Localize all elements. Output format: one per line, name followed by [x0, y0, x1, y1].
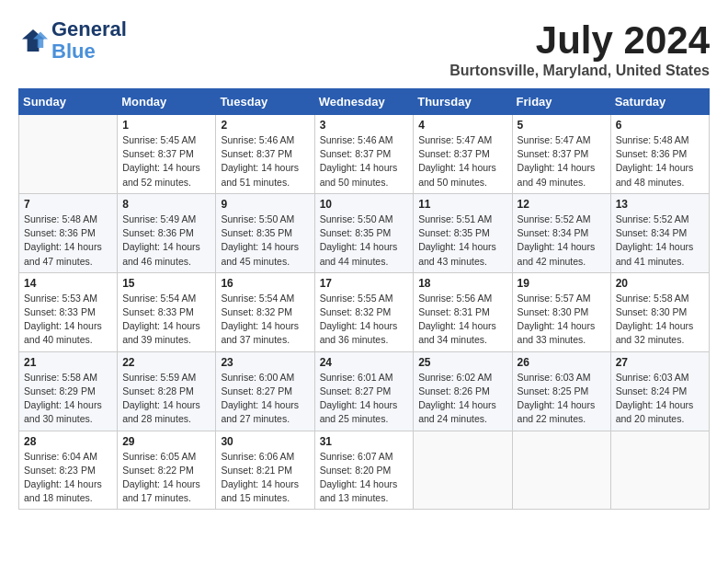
calendar-cell: 23Sunrise: 6:00 AMSunset: 8:27 PMDayligh… [216, 351, 314, 431]
sunset-text: Sunset: 8:22 PM [122, 464, 210, 477]
calendar-cell: 20Sunrise: 5:58 AMSunset: 8:30 PMDayligh… [610, 272, 709, 351]
sunrise-text: Sunrise: 5:45 AM [122, 133, 210, 147]
day-info: Sunrise: 5:53 AMSunset: 8:33 PMDaylight:… [24, 292, 112, 348]
day-info: Sunrise: 5:49 AMSunset: 8:36 PMDaylight:… [122, 213, 210, 269]
sunrise-text: Sunrise: 5:49 AM [122, 213, 210, 226]
calendar-cell: 21Sunrise: 5:58 AMSunset: 8:29 PMDayligh… [19, 351, 118, 431]
sunrise-text: Sunrise: 6:02 AM [418, 371, 506, 385]
day-number: 17 [320, 277, 409, 290]
day-info: Sunrise: 5:48 AMSunset: 8:36 PMDaylight:… [24, 213, 112, 269]
daylight-hours: Daylight: 14 hours [122, 398, 210, 412]
day-number: 8 [122, 198, 210, 211]
daylight-hours: Daylight: 14 hours [518, 398, 606, 412]
calendar-cell: 8Sunrise: 5:49 AMSunset: 8:36 PMDaylight… [118, 193, 216, 272]
day-info: Sunrise: 6:04 AMSunset: 8:23 PMDaylight:… [24, 450, 112, 506]
sunrise-text: Sunrise: 6:03 AM [518, 371, 606, 385]
sunset-text: Sunset: 8:37 PM [418, 147, 506, 161]
day-info: Sunrise: 5:57 AMSunset: 8:30 PMDaylight:… [518, 292, 606, 348]
sunrise-text: Sunrise: 5:57 AM [518, 292, 606, 305]
calendar-header-row: SundayMondayTuesdayWednesdayThursdayFrid… [19, 89, 710, 115]
daylight-minutes: and 39 minutes. [122, 333, 210, 347]
sunset-text: Sunset: 8:33 PM [24, 305, 112, 319]
day-number: 22 [122, 356, 210, 369]
week-row-5: 28Sunrise: 6:04 AMSunset: 8:23 PMDayligh… [19, 431, 710, 510]
calendar-cell: 13Sunrise: 5:52 AMSunset: 8:34 PMDayligh… [610, 193, 709, 272]
day-info: Sunrise: 5:54 AMSunset: 8:33 PMDaylight:… [122, 292, 210, 348]
daylight-hours: Daylight: 14 hours [320, 161, 409, 175]
daylight-hours: Daylight: 14 hours [518, 240, 606, 254]
calendar-cell: 29Sunrise: 6:05 AMSunset: 8:22 PMDayligh… [118, 431, 216, 510]
col-header-monday: Monday [118, 89, 216, 115]
day-info: Sunrise: 5:55 AMSunset: 8:32 PMDaylight:… [320, 292, 409, 348]
calendar-cell [19, 115, 118, 194]
calendar-cell: 6Sunrise: 5:48 AMSunset: 8:36 PMDaylight… [610, 115, 709, 194]
calendar-cell: 19Sunrise: 5:57 AMSunset: 8:30 PMDayligh… [512, 272, 610, 351]
daylight-minutes: and 33 minutes. [518, 333, 606, 347]
sunset-text: Sunset: 8:35 PM [418, 226, 506, 240]
daylight-minutes: and 37 minutes. [221, 333, 309, 347]
calendar-cell: 3Sunrise: 5:46 AMSunset: 8:37 PMDaylight… [314, 115, 414, 194]
sunrise-text: Sunrise: 6:05 AM [122, 450, 210, 464]
sunset-text: Sunset: 8:34 PM [616, 226, 704, 240]
col-header-sunday: Sunday [19, 89, 118, 115]
col-header-thursday: Thursday [414, 89, 512, 115]
daylight-hours: Daylight: 14 hours [221, 161, 309, 175]
calendar-cell: 27Sunrise: 6:03 AMSunset: 8:24 PMDayligh… [610, 351, 709, 431]
day-info: Sunrise: 6:00 AMSunset: 8:27 PMDaylight:… [221, 371, 309, 427]
day-number: 1 [122, 119, 210, 132]
calendar-cell: 22Sunrise: 5:59 AMSunset: 8:28 PMDayligh… [118, 351, 216, 431]
day-number: 25 [418, 356, 506, 369]
daylight-minutes: and 32 minutes. [616, 333, 704, 347]
daylight-minutes: and 42 minutes. [518, 255, 606, 269]
location-title: Burtonsville, Maryland, United States [449, 63, 710, 79]
sunrise-text: Sunrise: 5:48 AM [24, 213, 112, 226]
col-header-saturday: Saturday [610, 89, 709, 115]
day-info: Sunrise: 5:50 AMSunset: 8:35 PMDaylight:… [221, 213, 309, 269]
day-number: 10 [320, 198, 409, 211]
sunrise-text: Sunrise: 5:50 AM [221, 213, 309, 226]
day-info: Sunrise: 5:54 AMSunset: 8:32 PMDaylight:… [221, 292, 309, 348]
calendar-cell: 26Sunrise: 6:03 AMSunset: 8:25 PMDayligh… [512, 351, 610, 431]
daylight-hours: Daylight: 14 hours [221, 477, 309, 491]
daylight-hours: Daylight: 14 hours [122, 319, 210, 333]
sunset-text: Sunset: 8:27 PM [320, 385, 409, 398]
day-number: 3 [320, 119, 409, 132]
sunrise-text: Sunrise: 5:58 AM [616, 292, 704, 305]
daylight-minutes: and 20 minutes. [616, 412, 704, 426]
calendar-table: SundayMondayTuesdayWednesdayThursdayFrid… [18, 88, 710, 510]
calendar-cell: 17Sunrise: 5:55 AMSunset: 8:32 PMDayligh… [314, 272, 414, 351]
day-number: 14 [24, 277, 112, 290]
daylight-minutes: and 50 minutes. [418, 176, 506, 190]
col-header-tuesday: Tuesday [216, 89, 314, 115]
sunrise-text: Sunrise: 5:51 AM [418, 213, 506, 226]
day-number: 27 [616, 356, 704, 369]
day-number: 13 [616, 198, 704, 211]
sunrise-text: Sunrise: 6:03 AM [616, 371, 704, 385]
day-number: 30 [221, 435, 309, 448]
week-row-4: 21Sunrise: 5:58 AMSunset: 8:29 PMDayligh… [19, 351, 710, 431]
sunset-text: Sunset: 8:28 PM [122, 385, 210, 398]
day-number: 18 [418, 277, 506, 290]
day-info: Sunrise: 5:46 AMSunset: 8:37 PMDaylight:… [320, 133, 409, 190]
daylight-hours: Daylight: 14 hours [24, 240, 112, 254]
daylight-minutes: and 17 minutes. [122, 491, 210, 505]
day-info: Sunrise: 5:47 AMSunset: 8:37 PMDaylight:… [418, 133, 506, 190]
logo: General Blue [18, 18, 127, 63]
day-number: 21 [24, 356, 112, 369]
daylight-minutes: and 22 minutes. [518, 412, 606, 426]
day-number: 7 [24, 198, 112, 211]
logo-icon [18, 26, 48, 55]
title-area: July 2024 Burtonsville, Maryland, United… [449, 18, 710, 79]
sunrise-text: Sunrise: 5:48 AM [616, 133, 704, 147]
calendar-cell: 31Sunrise: 6:07 AMSunset: 8:20 PMDayligh… [314, 431, 414, 510]
day-info: Sunrise: 5:48 AMSunset: 8:36 PMDaylight:… [616, 133, 704, 190]
day-info: Sunrise: 5:58 AMSunset: 8:30 PMDaylight:… [616, 292, 704, 348]
day-number: 9 [221, 198, 309, 211]
daylight-minutes: and 52 minutes. [122, 176, 210, 190]
sunset-text: Sunset: 8:24 PM [616, 385, 704, 398]
sunset-text: Sunset: 8:37 PM [122, 147, 210, 161]
daylight-hours: Daylight: 14 hours [221, 398, 309, 412]
sunrise-text: Sunrise: 5:52 AM [518, 213, 606, 226]
day-number: 6 [616, 119, 704, 132]
sunrise-text: Sunrise: 5:54 AM [221, 292, 309, 305]
